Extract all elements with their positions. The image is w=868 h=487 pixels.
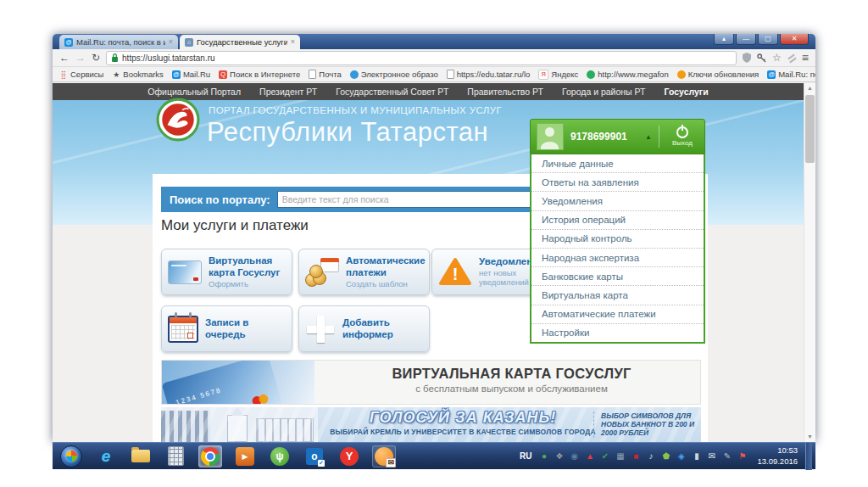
tile-auto-payments[interactable]: Автоматические платежи Создать шаблон (298, 249, 430, 295)
bookmark-services[interactable]: ⣿Сервисы (59, 70, 103, 79)
shield-check-icon[interactable]: ✔ (599, 451, 610, 462)
windows-taskbar: e ▶ ψ o✓ Y ✉ RU ● ❖ ◉ ▲ ✔ ▦ ■ ♪ ⬟ ◈ ▮ ✉ … (53, 442, 815, 469)
language-indicator[interactable]: RU (520, 451, 531, 461)
nav-official-portal[interactable]: Официальный Портал (147, 87, 241, 97)
start-button[interactable] (59, 445, 83, 467)
nav-government[interactable]: Правительство РТ (467, 87, 543, 97)
tab-mailru[interactable]: @ Mail.Ru: почта, поиск в и × (59, 35, 178, 49)
back-icon[interactable]: ← (59, 53, 70, 63)
logout-button[interactable]: Выход (666, 126, 698, 147)
bookmark-edu-tatar[interactable]: https://edu.tatar.ru/lo (447, 70, 531, 79)
menu-item-personal-data[interactable]: Личные данные (531, 154, 704, 173)
tab-close-icon[interactable]: × (291, 38, 295, 46)
show-desktop-button[interactable] (805, 443, 812, 470)
search-icon: Q (219, 70, 227, 79)
bookmark-label: Почта (319, 70, 341, 79)
eye-icon[interactable]: ◉ (569, 451, 580, 462)
close-button[interactable]: ✕ (780, 34, 809, 45)
scroll-up-icon[interactable]: ▲ (804, 83, 815, 93)
tab-close-icon[interactable]: × (169, 38, 173, 46)
menu-item-public-control[interactable]: Народный контроль (531, 230, 704, 249)
layers-icon[interactable]: ▦ (615, 451, 626, 462)
device-icon[interactable]: ◈ (676, 451, 687, 462)
file-explorer-icon[interactable] (129, 445, 153, 467)
menu-item-settings[interactable]: Настройки (531, 324, 704, 342)
menu-item-virtual-card[interactable]: Виртуальная карта (531, 286, 704, 305)
bookmark-label: http://www.megafon (598, 70, 668, 79)
logout-label: Выход (672, 139, 693, 147)
forward-icon[interactable]: → (75, 53, 86, 63)
tile-link[interactable]: Создать шаблон (346, 279, 423, 288)
security-icon[interactable]: ■ (630, 451, 641, 462)
maximize-button[interactable]: ▢ (758, 34, 778, 45)
reload-icon[interactable]: ↻ (92, 53, 100, 63)
nav-cities[interactable]: Города и районы РТ (562, 87, 646, 97)
alert-triangle-icon[interactable]: ▲ (584, 451, 595, 462)
bookmark-mailru[interactable]: @Mail.Ru (172, 70, 210, 79)
pen-icon[interactable]: ✎ (721, 451, 732, 462)
update-shield-icon[interactable]: ⬟ (660, 451, 671, 462)
mailru-agent-icon[interactable]: ✉ (372, 445, 396, 467)
apps-grid-icon: ⣿ (59, 70, 68, 79)
bookmark-megafon[interactable]: http://www.megafon (587, 70, 668, 79)
media-player-icon[interactable]: ▶ (233, 445, 257, 467)
calculator-icon[interactable] (164, 445, 187, 467)
key-icon[interactable] (757, 53, 766, 63)
green-dot-icon[interactable]: ● (538, 451, 549, 462)
globe-icon (350, 70, 359, 79)
menu-item-notifications[interactable]: Уведомления (531, 192, 704, 210)
nav-state-council[interactable]: Государственный Совет РТ (336, 87, 448, 97)
internet-explorer-icon[interactable]: e (94, 445, 118, 467)
system-tray: RU ● ❖ ◉ ▲ ✔ ▦ ■ ♪ ⬟ ◈ ▮ ✉ ✎ ⚑ 10:53 13.… (520, 443, 812, 470)
shield-icon[interactable] (743, 53, 751, 63)
tile-virtual-card[interactable]: Виртуальная карта Госуслуг Оформить (161, 249, 292, 295)
bookmark-yandex[interactable]: ЯЯндекс (538, 70, 578, 80)
extension-icon[interactable] (787, 53, 796, 62)
google-chrome-icon[interactable] (198, 445, 222, 467)
tile-queue-records[interactable]: Записи в очередь (161, 305, 292, 352)
banner-virtual-card[interactable]: 1234 5678 ВИРТУАЛЬНАЯ КАРТА ГОСУСЛУГ с б… (161, 360, 701, 405)
megafon-modem-icon[interactable]: ψ (268, 445, 292, 467)
tile-add-informer[interactable]: Добавить информер (298, 305, 430, 352)
nav-president[interactable]: Президент РТ (259, 87, 317, 97)
section-title: Мои услуги и платежи (161, 217, 309, 234)
menu-item-bank-cards[interactable]: Банковские карты (531, 267, 704, 286)
minimize-button[interactable]: — (736, 34, 756, 45)
user-account-bar[interactable]: 9178699901 ▲ Выход (530, 119, 705, 154)
bookmark-bookmarks[interactable]: ★Bookmarks (112, 70, 164, 79)
volume-icon[interactable]: ♪ (645, 451, 656, 462)
outlook-icon[interactable]: o✓ (303, 445, 326, 467)
scroll-down-icon[interactable]: ▼ (804, 432, 815, 442)
bookmark-edu[interactable]: Электронное образо (350, 70, 438, 79)
bookmark-pochta[interactable]: Почта (309, 70, 341, 79)
kazan-buildings-image (161, 407, 318, 442)
tatarstan-emblem-logo[interactable] (156, 98, 200, 142)
address-bar[interactable]: https://uslugi.tatarstan.ru (106, 51, 737, 65)
bookmark-search[interactable]: QПоиск в Интернете (219, 70, 300, 79)
menu-item-operation-history[interactable]: История операций (531, 211, 704, 230)
menu-item-application-answers[interactable]: Ответы на заявления (531, 173, 704, 192)
menu-item-public-expertise[interactable]: Народная экспертиза (531, 249, 704, 267)
menu-item-auto-payments[interactable]: Автоматические платежи (531, 305, 704, 324)
gray-app-icon[interactable]: ❖ (554, 451, 565, 462)
tab-gosuslugi[interactable]: ⌂ Государственные услуги × (180, 35, 300, 49)
banner-vote-kazan[interactable]: ГОЛОСУЙ ЗА КАЗАНЬ! ВЫБИРАЙ КРЕМЛЬ И УНИВ… (161, 407, 701, 442)
scrollbar-thumb[interactable] (805, 95, 815, 163)
yandex-browser-icon[interactable]: Y (337, 445, 361, 467)
tile-link[interactable]: Оформить (209, 279, 286, 288)
window-extra-button[interactable]: ▴ (714, 34, 734, 45)
bookmark-label: Сервисы (70, 70, 103, 79)
bookmark-star-icon[interactable]: ☆ (772, 52, 782, 64)
flag-icon[interactable]: ⚑ (737, 451, 748, 462)
bookmark-mailru-2[interactable]: @Mail.Ru: почта, поиск (767, 70, 815, 79)
clock[interactable]: 10:53 13.09.2016 (757, 445, 798, 467)
nav-gosuslugi[interactable]: Госуслуги (665, 87, 709, 97)
bookmark-label: Mail.Ru: почта, поиск (778, 70, 815, 79)
vertical-scrollbar[interactable]: ▲ ▼ (804, 83, 815, 442)
menu-icon[interactable]: ≡ (802, 51, 809, 64)
mail-envelope-icon[interactable]: ✉ (706, 451, 717, 462)
signal-icon[interactable]: ▮ (691, 451, 702, 462)
chevron-up-icon[interactable]: ▲ (645, 133, 652, 141)
bookmark-keys[interactable]: Ключи обновления (677, 70, 760, 79)
mailru-icon: @ (172, 70, 181, 79)
